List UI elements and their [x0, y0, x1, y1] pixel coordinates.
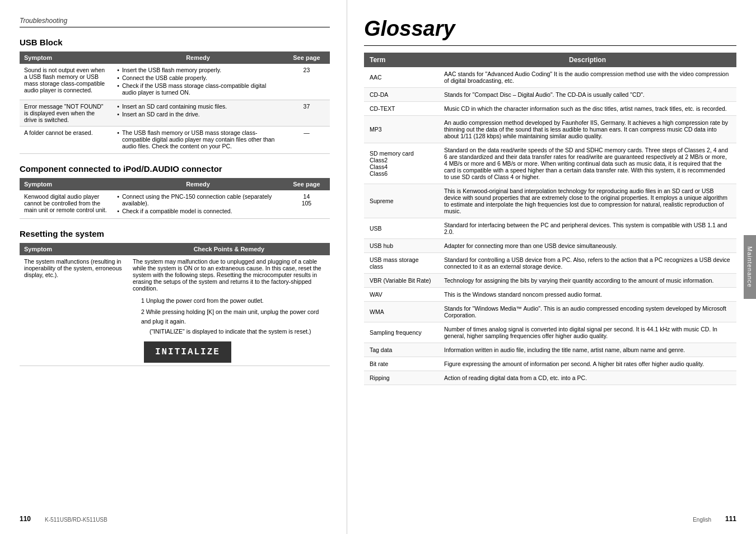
list-item: CD-TEXTMusic CD in which the character i…: [364, 102, 736, 116]
term-cell: CD-TEXT: [364, 102, 438, 116]
description-cell: Stands for "Windows Media™ Audio". This …: [438, 302, 736, 322]
term-cell: VBR (Variable Bit Rate): [364, 274, 438, 288]
table-row: A folder cannot be erased. The USB flash…: [20, 127, 330, 154]
description-cell: AAC stands for "Advanced Audio Coding" I…: [438, 67, 736, 88]
usb-block-table: Symptom Remedy See page Sound is not out…: [20, 51, 330, 154]
description-cell: Standard on the data read/write speeds o…: [438, 143, 736, 184]
table-row: Kenwood digital audio player cannot be c…: [20, 190, 330, 219]
term-cell: WMA: [364, 302, 438, 322]
description-cell: An audio compression method developed by…: [438, 116, 736, 143]
term-cell: Tag data: [364, 343, 438, 357]
description-cell: Figure expressing the amount of informat…: [438, 357, 736, 371]
usb-col-seepage: See page: [283, 51, 330, 64]
reset-col-remedy: Check Points & Remedy: [128, 243, 330, 255]
term-cell: Ripping: [364, 371, 438, 385]
description-cell: Information written in audio file, inclu…: [438, 343, 736, 357]
remedy-item: Check if a compatible model is connected…: [117, 208, 279, 214]
seepage-cell: 23: [283, 64, 330, 100]
term-cell: WAV: [364, 288, 438, 302]
description-cell: Standard for interfacing between the PC …: [438, 218, 736, 239]
glossary-title: Glossary: [364, 17, 736, 46]
resetting-table: Symptom Check Points & Remedy The system…: [20, 243, 330, 366]
ipod-col-remedy: Remedy: [113, 178, 283, 190]
term-cell: AAC: [364, 67, 438, 88]
ipod-col-seepage: See page: [283, 178, 330, 190]
left-page: Troubleshooting USB Block Symptom Remedy…: [0, 0, 347, 534]
term-cell: USB: [364, 218, 438, 239]
description-cell: Adapter for connecting more than one USB…: [438, 239, 736, 253]
remedy-cell: The USB flash memory or USB mass storage…: [113, 127, 283, 154]
usb-block-title: USB Block: [20, 38, 330, 47]
list-item: VBR (Variable Bit Rate)Technology for as…: [364, 274, 736, 288]
list-item: USB hubAdapter for connecting more than …: [364, 239, 736, 253]
remedy-text: The system may malfunction due to unplug…: [133, 258, 325, 292]
term-cell: Bit rate: [364, 357, 438, 371]
term-cell: USB mass storage class: [364, 253, 438, 274]
symptom-cell: Sound is not output even when a USB flas…: [20, 64, 113, 100]
list-item: RippingAction of reading digital data fr…: [364, 371, 736, 385]
right-page-number: 111: [725, 515, 736, 523]
remedy-cell: The system may malfunction due to unplug…: [128, 255, 330, 366]
glossary-col-description: Description: [438, 53, 736, 67]
left-page-number: 110: [20, 515, 31, 523]
description-cell: This is Kenwood-original band interpolat…: [438, 184, 736, 218]
term-cell: Sampling frequency: [364, 322, 438, 343]
right-page: Glossary Term Description AACAAC stands …: [347, 0, 756, 534]
usb-col-symptom: Symptom: [20, 51, 113, 64]
list-item: USBStandard for interfacing between the …: [364, 218, 736, 239]
term-cell: USB hub: [364, 239, 438, 253]
remedy-item: Check if the USB mass storage class-comp…: [117, 82, 279, 96]
maintenance-sidebar: Maintenance: [744, 235, 756, 299]
remedy-cell: Insert an SD card containing music files…: [113, 100, 283, 127]
table-row: The system malfunctions (resulting in in…: [20, 255, 330, 366]
usb-col-remedy: Remedy: [113, 51, 283, 64]
description-cell: Number of times analog signal is convert…: [438, 322, 736, 343]
left-header: Troubleshooting: [20, 17, 330, 27]
list-item: WAVThis is the Windows standard noncom p…: [364, 288, 736, 302]
glossary-col-term: Term: [364, 53, 438, 67]
remedy-item: Insert the USB flash memory properly.: [117, 67, 279, 73]
left-page-label: K-511USB/RD-K511USB: [45, 517, 108, 523]
resetting-title: Resetting the system: [20, 229, 330, 238]
initialize-display: INITIALIZE: [144, 341, 231, 363]
list-item: WMAStands for "Windows Media™ Audio". Th…: [364, 302, 736, 322]
remedy-item: Insert an SD card containing music files…: [117, 103, 279, 110]
remedy-item: Connect the USB cable properly.: [117, 74, 279, 81]
list-item: SD memory card Class2 Class4 Class6Stand…: [364, 143, 736, 184]
list-item: MP3An audio compression method developed…: [364, 116, 736, 143]
seepage-cell: 14 105: [283, 190, 330, 219]
ipod-section-title: Component connected to iPod/D.AUDIO conn…: [20, 164, 330, 174]
step-1: 1 Unplug the power cord from the power o…: [141, 296, 325, 306]
description-cell: Stands for "Compact Disc – Digital Audio…: [438, 88, 736, 102]
seepage-cell: —: [283, 127, 330, 154]
list-item: Tag dataInformation written in audio fil…: [364, 343, 736, 357]
description-cell: Technology for assigning the bits by var…: [438, 274, 736, 288]
list-item: Sampling frequencyNumber of times analog…: [364, 322, 736, 343]
table-row: Error message "NOT FOUND" is displayed e…: [20, 100, 330, 127]
step-2: 2 While pressing holding [K] on the main…: [141, 307, 325, 326]
list-item: CD-DAStands for "Compact Disc – Digital …: [364, 88, 736, 102]
remedy-cell: Connect using the PNC-150 connection cab…: [113, 190, 283, 219]
description-cell: Standard for controlling a USB device fr…: [438, 253, 736, 274]
description-cell: Music CD in which the character informat…: [438, 102, 736, 116]
step-note: ("INITIALIZE" is displayed to indicate t…: [150, 327, 325, 336]
list-item: USB mass storage classStandard for contr…: [364, 253, 736, 274]
term-cell: Supreme: [364, 184, 438, 218]
description-cell: This is the Windows standard noncom pres…: [438, 288, 736, 302]
ipod-table: Symptom Remedy See page Kenwood digital …: [20, 178, 330, 219]
remedy-cell: Insert the USB flash memory properly. Co…: [113, 64, 283, 100]
list-item: Bit rateFigure expressing the amount of …: [364, 357, 736, 371]
term-cell: CD-DA: [364, 88, 438, 102]
remedy-item: The USB flash memory or USB mass storage…: [117, 129, 279, 149]
symptom-cell: A folder cannot be erased.: [20, 127, 113, 154]
reset-col-symptom: Symptom: [20, 243, 128, 255]
reset-steps: 1 Unplug the power cord from the power o…: [133, 296, 325, 336]
symptom-cell: The system malfunctions (resulting in in…: [20, 255, 128, 366]
glossary-table: Term Description AACAAC stands for "Adva…: [364, 53, 736, 385]
table-row: Sound is not output even when a USB flas…: [20, 64, 330, 100]
description-cell: Action of reading digital data from a CD…: [438, 371, 736, 385]
symptom-cell: Kenwood digital audio player cannot be c…: [20, 190, 113, 219]
remedy-item: Connect using the PNC-150 connection cab…: [117, 193, 279, 207]
remedy-item: Insert an SD card in the drive.: [117, 111, 279, 118]
term-cell: MP3: [364, 116, 438, 143]
